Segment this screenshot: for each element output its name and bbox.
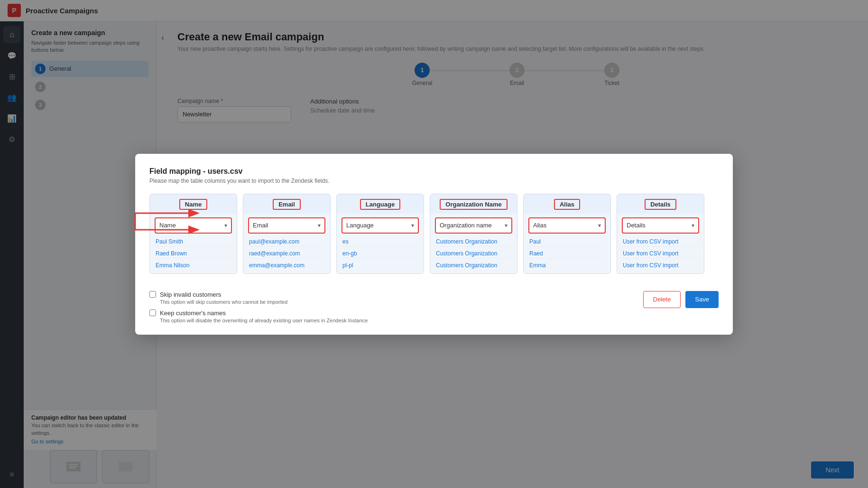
field-col-name-title: Name xyxy=(179,199,207,210)
skip-invalid-label: Skip invalid customers xyxy=(160,291,221,298)
field-col-language-title: Language xyxy=(360,199,400,210)
email-values: paul@example.com raed@example.com emma@e… xyxy=(243,234,330,273)
email-value-3: emma@example.com xyxy=(249,261,324,270)
email-value-2: raed@example.com xyxy=(249,249,324,258)
field-col-name-header: Name xyxy=(150,194,237,214)
field-mapping-modal: Field mapping - users.csv Please map the… xyxy=(135,154,733,335)
alias-value-2: Raed xyxy=(529,249,605,258)
language-value-1: es xyxy=(342,237,418,246)
skip-invalid-label-row: Skip invalid customers xyxy=(149,291,368,298)
save-button[interactable]: Save xyxy=(685,291,719,308)
language-select-wrapper: Name Email Language Organization Name Al… xyxy=(342,217,419,234)
alias-values: Paul Raed Emma xyxy=(524,234,610,273)
details-select-wrapper: Name Email Language Organization Name Al… xyxy=(622,217,699,234)
field-col-name: Name Name Email Language Organization Na… xyxy=(149,194,237,274)
details-select[interactable]: Name Email Language Organization Name Al… xyxy=(622,217,699,234)
field-col-org-select-wrapper: Name Email Language Organization name Al… xyxy=(430,214,517,234)
alias-value-3: Emma xyxy=(529,261,605,270)
skip-invalid-sublabel: This option will skip customers who cann… xyxy=(160,299,368,305)
alias-select[interactable]: Name Email Language Organization Name Al… xyxy=(528,217,606,234)
keep-names-sublabel: This option will disable the overwriting… xyxy=(160,318,368,323)
language-select[interactable]: Name Email Language Organization Name Al… xyxy=(342,217,419,234)
field-columns-container: Name Name Email Language Organization Na… xyxy=(149,194,719,278)
name-value-2: Raed Brown xyxy=(156,249,231,258)
email-value-1: paul@example.com xyxy=(249,237,324,246)
name-value-3: Emma Nilson xyxy=(156,261,231,270)
field-col-email: Email Name Email Language Organization N… xyxy=(243,194,331,274)
field-col-email-title: Email xyxy=(273,199,301,210)
details-value-3: User from CSV import xyxy=(623,261,698,270)
org-value-1: Customers Organization xyxy=(436,237,511,246)
org-select-wrapper: Name Email Language Organization name Al… xyxy=(435,217,512,234)
email-select-wrapper: Name Email Language Organization Name Al… xyxy=(248,217,325,234)
field-col-language-select-wrapper: Name Email Language Organization Name Al… xyxy=(337,214,424,234)
field-col-alias: Alias Name Email Language Organization N… xyxy=(523,194,611,274)
language-values: es en-gb pl-pl xyxy=(337,234,424,273)
language-value-2: en-gb xyxy=(342,249,418,258)
field-col-email-select-wrapper: Name Email Language Organization Name Al… xyxy=(243,214,330,234)
details-values: User from CSV import User from CSV impor… xyxy=(617,234,704,273)
name-value-1: Paul Smith xyxy=(156,237,231,246)
modal-subtitle: Please map the table columns you want to… xyxy=(149,178,719,184)
modal-footer: Skip invalid customers This option will … xyxy=(149,286,719,323)
skip-invalid-checkbox[interactable] xyxy=(149,291,156,298)
field-col-language: Language Name Email Language Organizatio… xyxy=(336,194,424,274)
field-col-org-header: Organization Name xyxy=(430,194,517,214)
name-select[interactable]: Name Email Language Organization Name Al… xyxy=(155,217,232,234)
org-value-3: Customers Organization xyxy=(436,261,511,270)
alias-select-wrapper: Name Email Language Organization Name Al… xyxy=(528,217,606,234)
modal-checkboxes: Skip invalid customers This option will … xyxy=(149,291,368,323)
details-value-2: User from CSV import xyxy=(623,249,698,258)
keep-names-label: Keep customer's names xyxy=(160,310,226,317)
field-col-alias-header: Alias xyxy=(524,194,610,214)
keep-names-row: Keep customer's names This option will d… xyxy=(149,310,368,323)
modal-title: Field mapping - users.csv xyxy=(149,167,719,176)
org-select[interactable]: Name Email Language Organization name Al… xyxy=(435,217,512,234)
org-values: Customers Organization Customers Organiz… xyxy=(430,234,517,273)
details-value-1: User from CSV import xyxy=(623,237,698,246)
field-col-details-select-wrapper: Name Email Language Organization Name Al… xyxy=(617,214,704,234)
field-col-details-title: Details xyxy=(645,199,676,210)
field-col-language-header: Language xyxy=(337,194,424,214)
org-value-2: Customers Organization xyxy=(436,249,511,258)
email-select[interactable]: Name Email Language Organization Name Al… xyxy=(248,217,325,234)
field-col-name-select-wrapper: Name Email Language Organization Name Al… xyxy=(150,214,237,234)
language-value-3: pl-pl xyxy=(342,261,418,270)
name-select-wrapper: Name Email Language Organization Name Al… xyxy=(155,217,232,234)
field-col-alias-select-wrapper: Name Email Language Organization Name Al… xyxy=(524,214,610,234)
field-col-details: Details Name Email Language Organization… xyxy=(617,194,704,274)
keep-names-checkbox[interactable] xyxy=(149,310,156,316)
alias-value-1: Paul xyxy=(529,237,605,246)
name-values: Paul Smith Raed Brown Emma Nilson xyxy=(150,234,237,273)
keep-names-label-row: Keep customer's names xyxy=(149,310,368,317)
delete-button[interactable]: Delete xyxy=(643,291,681,308)
field-col-org-title: Organization Name xyxy=(440,199,507,210)
modal-overlay: Field mapping - users.csv Please map the… xyxy=(0,0,868,488)
modal-actions: Delete Save xyxy=(643,291,719,308)
field-col-alias-title: Alias xyxy=(554,199,580,210)
field-col-details-header: Details xyxy=(617,194,704,214)
skip-invalid-row: Skip invalid customers This option will … xyxy=(149,291,368,305)
field-col-email-header: Email xyxy=(243,194,330,214)
field-col-org: Organization Name Name Email Language Or… xyxy=(430,194,517,274)
